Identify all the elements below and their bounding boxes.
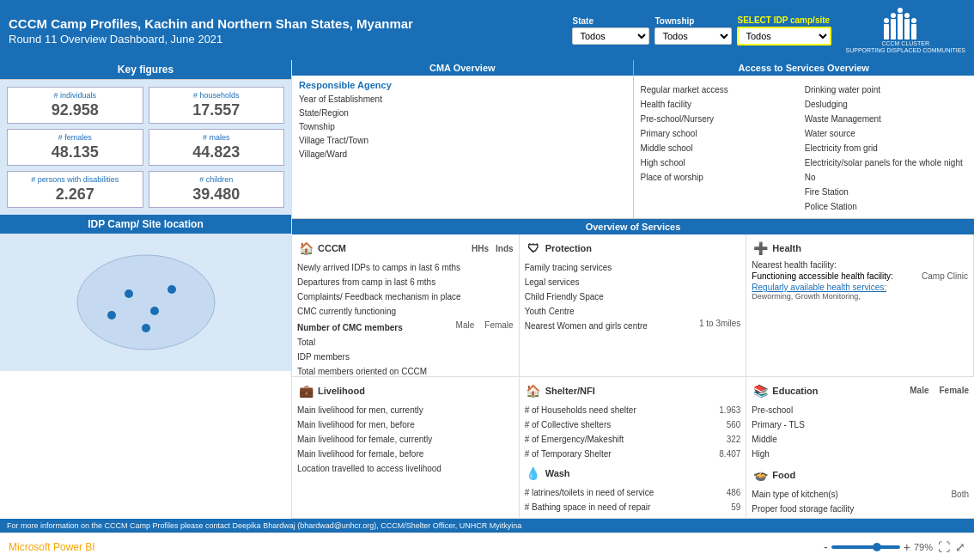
zoom-slider[interactable]	[831, 545, 900, 549]
key-figures-container: # individuals 92.958 # households 17.557…	[0, 80, 291, 215]
power-bi-link[interactable]: Microsoft Power BI	[9, 541, 95, 553]
kf-individuals-label: # individuals	[11, 91, 139, 100]
svg-rect-1	[891, 19, 896, 40]
kf-households: # households 17.557	[149, 87, 285, 124]
cma-access-row: Responsible Agency Year of Establishment…	[292, 76, 974, 219]
cccm-members-label: Number of CMC members	[297, 320, 403, 335]
township-select[interactable]: Todos	[654, 27, 732, 45]
header-title: CCCM Camp Profiles, Kachin and Northern …	[9, 15, 572, 46]
kf-households-value: 17.557	[153, 101, 281, 119]
camp-select[interactable]: Todos	[737, 27, 831, 46]
state-label: State	[572, 16, 649, 26]
access-water-source: Water source	[805, 126, 967, 141]
kf-individuals: # individuals 92.958	[7, 87, 143, 124]
expand-icon[interactable]: ⛶	[938, 540, 950, 554]
state-select[interactable]: Todos	[572, 27, 649, 45]
health-functioning-label: Functioning accessible health facility:	[752, 271, 893, 281]
hhs-label: HHs	[472, 244, 489, 253]
livelihood-icon: 💼	[297, 382, 314, 399]
zoom-thumb	[873, 543, 881, 551]
zoom-plus-button[interactable]: +	[904, 540, 910, 554]
top-headers: CMA Overview Access to Services Overview	[292, 60, 974, 76]
cma-village-tract: Village Tract/Town	[299, 134, 626, 148]
cccm-item-2: Complaints/ Feedback mechanism in place	[297, 289, 514, 304]
cccm-item-3: CMC currently functioning	[297, 304, 514, 319]
zoom-minus-button[interactable]: -	[824, 540, 828, 554]
kf-children-value: 39.480	[153, 186, 281, 204]
livelihood-item-2: Main livelihood for female, currently	[297, 432, 514, 447]
service-education-title: 📚 Education Male Female	[752, 382, 969, 399]
cccm-item-0: Newly arrived IDPs to camps in last 6 mt…	[297, 260, 514, 275]
camp-dropdown-group: SELECT IDP camp/site Todos	[737, 15, 831, 46]
service-shelter-title: 🏠 Shelter/NFI	[525, 382, 741, 399]
inds-label: Inds	[496, 244, 514, 253]
service-protection-title: 🛡 Protection	[525, 240, 741, 257]
access-high: High school	[641, 155, 803, 170]
access-overview-header: Access to Services Overview	[634, 60, 975, 76]
access-regular-market: Regular market access	[641, 82, 803, 97]
prot-item-2: Child Friendly Space	[525, 289, 741, 304]
cma-content: Responsible Agency Year of Establishment…	[292, 76, 634, 218]
wash-latrines: # latrines/toilets in need of service 48…	[525, 485, 741, 500]
prot-item-3: Youth Centre	[525, 304, 741, 319]
wash-bathing: # Bathing space in need of repair 59	[525, 500, 741, 514]
idp-map	[0, 234, 291, 371]
info-bar-text: For more information on the CCCM Camp Pr…	[7, 521, 521, 530]
access-col1: Regular market access Health facility Pr…	[641, 82, 803, 214]
kf-households-label: # households	[153, 91, 281, 100]
food-title: 🍲 Food	[752, 466, 969, 484]
svg-rect-4	[911, 24, 916, 40]
svg-point-8	[904, 13, 910, 18]
fullscreen-icon[interactable]: ⤢	[955, 540, 965, 554]
service-shelter: 🏠 Shelter/NFI # of Households need shelt…	[520, 377, 747, 520]
svg-point-14	[107, 311, 116, 320]
cccm-total: Total	[297, 335, 514, 350]
kf-females: # females 48.135	[7, 129, 143, 166]
township-dropdown-group: Township Todos	[654, 16, 732, 45]
health-icon: ➕	[752, 240, 769, 257]
access-cols: Regular market access Health facility Pr…	[641, 82, 968, 214]
access-middle: Middle school	[641, 141, 803, 155]
edu-middle: Middle	[752, 432, 969, 447]
services-overview-header: Overview of Services	[292, 219, 974, 234]
info-bar: For more information on the CCCM Camp Pr…	[0, 519, 974, 533]
livelihood-item-0: Main livelihood for men, currently	[297, 403, 514, 417]
prot-item-4: Nearest Women and girls centre	[525, 319, 648, 333]
cccm-male-label: Male	[456, 320, 475, 335]
kf-females-label: # females	[11, 133, 139, 142]
footer: Microsoft Power BI - + 79% ⛶ ⤢	[0, 533, 974, 560]
camp-label: SELECT IDP camp/site	[737, 15, 831, 25]
kf-children-label: # children	[153, 175, 281, 184]
shelter-temporary: # of Temporary Shelter 8.407	[525, 447, 741, 461]
health-functioning-row: Functioning accessible health facility: …	[752, 271, 968, 281]
access-preschool: Pre-school/Nursery	[641, 112, 803, 126]
kf-males-label: # males	[153, 133, 281, 142]
kf-disabilities-label: # persons with disabilities	[11, 175, 139, 184]
access-electricity-grid: Electricity from grid	[805, 141, 967, 155]
health-nearest-text: Nearest health facility:	[752, 260, 836, 270]
page-title-line1: CCCM Camp Profiles, Kachin and Northern …	[9, 15, 572, 33]
cccm-icon: 🏠	[297, 240, 314, 257]
cccm-logo-icon	[884, 6, 927, 40]
edu-preschool: Pre-school	[752, 403, 969, 417]
health-regular-label[interactable]: Regularly available health services:	[752, 283, 968, 292]
svg-point-15	[167, 285, 176, 294]
main-container: CCCM Camp Profiles, Kachin and Northern …	[0, 0, 974, 560]
svg-rect-2	[898, 14, 903, 40]
education-icon: 📚	[752, 382, 769, 399]
kf-individuals-value: 92.958	[11, 101, 139, 119]
livelihood-item-4: Location travelled to access livelihood	[297, 461, 514, 476]
shelter-emergency: # of Emergency/Makeshift 322	[525, 432, 741, 447]
access-desludging: Desludging	[805, 97, 967, 112]
access-electricity-solar: Electricity/solar panels for the whole n…	[805, 155, 967, 185]
cccm-item-1: Departures from camp in last 6 mths	[297, 275, 514, 289]
kf-females-value: 48.135	[11, 143, 139, 161]
kf-children: # children 39.480	[149, 171, 285, 208]
edu-male-label: Male	[910, 386, 928, 395]
right-panel: CMA Overview Access to Services Overview…	[292, 60, 974, 519]
cccm-logo-text: CCCM CLUSTER SUPPORTING DISPLACED COMMUN…	[845, 40, 965, 55]
cma-state: State/Region	[299, 107, 626, 120]
services-grid: 🏠 CCCM HHs Inds Newly arrived IDPs to ca…	[292, 234, 974, 519]
health-functioning-value: Camp Clinic	[922, 271, 968, 281]
left-panel: Key figures # individuals 92.958 # house…	[0, 60, 292, 519]
